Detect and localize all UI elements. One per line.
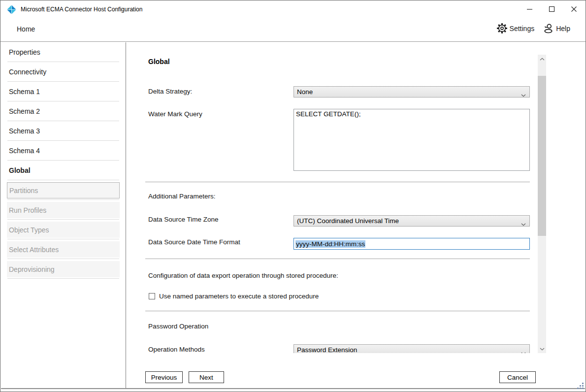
previous-button[interactable]: Previous <box>145 371 183 383</box>
sidebar-item-connectivity[interactable]: Connectivity <box>1 62 126 81</box>
divider <box>7 180 119 180</box>
scroll-up-button[interactable] <box>538 55 546 63</box>
chevron-down-icon <box>540 348 545 351</box>
divider <box>7 259 119 259</box>
water-mark-query-input[interactable]: SELECT GETDATE(); <box>293 109 530 171</box>
sidebar-item-label: Object Types <box>9 226 49 234</box>
section-divider <box>145 259 530 259</box>
data-source-time-zone-dropdown[interactable]: (UTC) Coordinated Universal Time <box>293 215 530 227</box>
divider <box>7 219 119 220</box>
water-mark-query-label: Water Mark Query <box>148 110 202 118</box>
help-label: Help <box>556 25 570 33</box>
sidebar-item-schema-1[interactable]: Schema 1 <box>1 82 126 101</box>
use-named-parameters-checkbox[interactable] <box>149 293 155 299</box>
cancel-button[interactable]: Cancel <box>499 371 536 383</box>
minimize-icon <box>526 6 533 12</box>
scroll-viewport: Global Delta Strategy: None Water Mark Q… <box>127 42 585 353</box>
additional-parameters-label: Additional Parameters: <box>148 193 216 200</box>
operation-methods-dropdown[interactable]: Password Extension <box>293 344 530 353</box>
main-content: Global Delta Strategy: None Water Mark Q… <box>127 42 585 388</box>
sidebar-item-label: Select Attributes <box>9 246 59 254</box>
resize-grip-icon[interactable] <box>577 382 584 390</box>
sidebar-item-schema-4[interactable]: Schema 4 <box>1 141 126 160</box>
sidebar-item-label: Schema 4 <box>9 147 40 155</box>
data-source-time-zone-value: (UTC) Coordinated Universal Time <box>297 217 399 225</box>
sidebar-item-label: Partitions <box>9 187 38 195</box>
close-icon <box>571 6 577 12</box>
use-named-parameters-label: Use named parameters to execute a stored… <box>159 293 319 300</box>
settings-button[interactable]: Settings <box>496 23 535 34</box>
title-bar: Microsoft ECMA Connector Host Configurat… <box>0 0 586 18</box>
header-actions: Settings Help <box>488 23 570 34</box>
sidebar-item-label: Properties <box>9 48 40 56</box>
sidebar-item-label: Deprovisioning <box>9 265 55 273</box>
section-divider <box>145 311 530 311</box>
next-button[interactable]: Next <box>189 371 224 383</box>
operation-methods-value: Password Extension <box>297 346 357 353</box>
sidebar-nav: Properties Connectivity Schema 1 Schema … <box>1 42 126 388</box>
sidebar-item-label: Run Profiles <box>9 206 46 214</box>
date-time-format-value: yyyy-MM-dd:HH:mm:ss <box>295 240 365 248</box>
chevron-down-icon <box>521 349 526 353</box>
password-operation-label: Password Operation <box>148 323 208 330</box>
maximize-button[interactable] <box>544 2 559 16</box>
sidebar-item-schema-2[interactable]: Schema 2 <box>1 101 126 121</box>
water-mark-query-value: SELECT GETDATE(); <box>296 110 361 118</box>
delta-strategy-value: None <box>297 88 313 96</box>
help-button[interactable]: Help <box>543 23 570 34</box>
divider <box>7 239 119 239</box>
sidebar-item-partitions: Partitions <box>7 182 120 198</box>
chevron-down-icon <box>521 220 526 228</box>
use-named-parameters-row: Use named parameters to execute a stored… <box>149 293 319 300</box>
sidebar-item-select-attributes: Select Attributes <box>7 241 120 258</box>
window-controls <box>515 2 582 16</box>
vertical-scrollbar[interactable] <box>538 55 546 353</box>
status-bar <box>1 388 585 391</box>
tab-home[interactable]: Home <box>17 25 35 33</box>
app-diamond-icon <box>7 5 16 14</box>
operation-methods-label: Operation Methods <box>148 346 205 353</box>
sidebar-item-label: Global <box>9 166 31 174</box>
sidebar-item-label: Connectivity <box>9 68 46 76</box>
date-time-format-input[interactable]: yyyy-MM-dd:HH:mm:ss <box>293 238 530 250</box>
sidebar-item-schema-3[interactable]: Schema 3 <box>1 121 126 140</box>
person-icon <box>543 23 554 34</box>
gear-icon <box>496 23 508 34</box>
sidebar-item-properties[interactable]: Properties <box>1 42 126 62</box>
sidebar-item-label: Schema 2 <box>9 107 40 115</box>
header-bar: Home <box>0 18 586 42</box>
chevron-down-icon <box>521 91 526 98</box>
window-title: Microsoft ECMA Connector Host Configurat… <box>21 6 142 13</box>
section-divider <box>145 182 530 182</box>
close-button[interactable] <box>566 2 582 16</box>
sidebar-item-deprovisioning: Deprovisioning <box>7 261 120 277</box>
data-source-time-zone-label: Data Source Time Zone <box>148 216 219 223</box>
minimize-button[interactable] <box>521 2 537 16</box>
sidebar-item-object-types: Object Types <box>7 222 120 238</box>
sidebar-item-run-profiles: Run Profiles <box>7 202 120 218</box>
chevron-up-icon <box>540 58 545 61</box>
date-time-format-label: Data Source Date Time Format <box>148 238 240 246</box>
scroll-down-button[interactable] <box>538 345 546 353</box>
sidebar-item-label: Schema 3 <box>9 127 40 135</box>
app-window: Microsoft ECMA Connector Host Configurat… <box>0 0 586 392</box>
delta-strategy-label: Delta Strategy: <box>148 88 192 95</box>
delta-strategy-dropdown[interactable]: None <box>293 86 530 98</box>
page-title: Global <box>148 58 170 65</box>
divider <box>7 278 119 279</box>
sidebar-item-global[interactable]: Global <box>1 161 126 180</box>
stored-procedure-heading: Configuration of data export operation t… <box>148 272 338 279</box>
sidebar-item-label: Schema 1 <box>9 88 40 96</box>
divider <box>7 199 119 200</box>
maximize-icon <box>549 6 555 12</box>
settings-label: Settings <box>510 25 535 33</box>
scrollbar-thumb[interactable] <box>538 76 546 236</box>
